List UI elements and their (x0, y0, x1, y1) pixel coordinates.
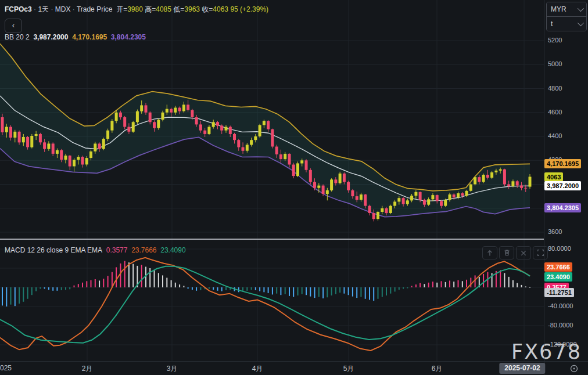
macd-histogram-bar (348, 287, 349, 295)
candle-body (461, 193, 464, 196)
macd-histogram-bar (99, 280, 100, 287)
macd-histogram-bar (217, 287, 218, 291)
bb-indicator-legend[interactable]: BB 20 2 3,987.2000 4,170.1695 3,804.2305 (5, 33, 146, 41)
candlestick-macd-chart[interactable] (0, 0, 588, 375)
candle-body (469, 185, 472, 191)
macd-histogram-bar (166, 278, 167, 288)
macd-histogram-bar (56, 287, 58, 291)
macd-indicator-legend[interactable]: MACD 12 26 close 9 EMA EMA 0.3577 23.766… (5, 246, 186, 254)
macd-histogram-bar (82, 283, 83, 287)
unit-dropdown[interactable]: t (547, 16, 586, 31)
macd-histogram-bar (69, 287, 70, 289)
candle-body (157, 120, 160, 128)
candle-body (279, 154, 282, 159)
macd-histogram-bar (331, 287, 332, 295)
macd-histogram-bar (61, 287, 62, 290)
candle-body (132, 122, 135, 132)
candle-body (343, 174, 346, 182)
symbol-legend[interactable]: FCPOc3 · 1天 · MDX · Trade Price 开=3980 高… (5, 5, 268, 15)
macd-histogram-bar (128, 262, 130, 287)
candle-body (406, 200, 409, 204)
move-pane-up-button[interactable] (482, 246, 497, 259)
candle-body (393, 201, 396, 205)
candle-body (69, 156, 71, 167)
macd-histogram-bar (251, 287, 252, 290)
macd-histogram-bar (246, 287, 248, 291)
macd-histogram-bar (23, 287, 24, 302)
macd-histogram-bar (213, 287, 214, 290)
candle-body (250, 140, 253, 145)
macd-histogram-bar (327, 287, 328, 297)
candle-body (237, 140, 240, 147)
candle-body (267, 121, 270, 129)
macd-histogram-bar (200, 287, 201, 290)
pane-controls (482, 246, 548, 259)
candle-body (511, 181, 514, 186)
candle-body (98, 143, 101, 149)
chevron-left-icon: ‹ (12, 21, 15, 30)
macd-histogram-bar (209, 287, 210, 289)
candle-body (18, 132, 21, 143)
macd-histogram-bar (360, 287, 361, 297)
unit-label: t (551, 20, 553, 28)
candle-body (474, 177, 476, 184)
macd-histogram-bar (470, 278, 471, 288)
candle-body (486, 175, 489, 178)
pane-divider[interactable] (0, 239, 544, 240)
arrow-up-icon (486, 249, 494, 257)
candle-body (453, 194, 456, 197)
macd-tick: -40.0000 (548, 302, 573, 309)
macd-histogram-bar (116, 267, 117, 287)
symbol-name[interactable]: FCPOc3 (5, 5, 32, 13)
currency-label: MYR (551, 5, 567, 13)
candle-body (212, 122, 215, 127)
candle-body (300, 160, 303, 163)
candle-body (170, 109, 173, 113)
interval[interactable]: 1天 (38, 5, 49, 13)
delete-pane-button[interactable] (499, 246, 514, 259)
macd-histogram-bar (276, 287, 277, 294)
maximize-pane-button[interactable] (533, 246, 548, 259)
candle-body (520, 186, 523, 188)
candle-body (309, 170, 312, 182)
close-pane-button[interactable] (516, 246, 531, 259)
candle-body (5, 127, 8, 132)
candle-body (115, 113, 118, 121)
price-axis[interactable]: 52005000480046004400420040003800360080.0… (544, 0, 588, 361)
time-label: 3月 (167, 364, 178, 374)
candle-body (216, 122, 219, 125)
macd-histogram-bar (103, 279, 104, 287)
ohlc-high: 高=4085 (145, 5, 171, 13)
collapse-legend-button[interactable]: ‹ (5, 19, 22, 33)
macd-histogram-bar (297, 287, 299, 295)
time-axis[interactable]: 0252月3月4月5月6月 (0, 362, 544, 375)
candle-body (242, 147, 245, 151)
scale-unit-selectors: MYR t (546, 2, 587, 31)
macd-histogram-bar (40, 287, 41, 289)
macd-histogram-bar (10, 287, 12, 305)
macd-histogram-bar (179, 284, 180, 287)
candle-body (305, 160, 308, 170)
candle-body (47, 143, 50, 149)
basis-price-label: 3,987.2000 (544, 181, 581, 190)
candle-body (149, 113, 152, 122)
candle-body (457, 193, 460, 197)
candle-body (225, 127, 228, 131)
macd-histogram-bar (420, 283, 421, 287)
currency-dropdown[interactable]: MYR (547, 2, 586, 16)
change-percent: 95 (+2.39%) (230, 5, 268, 13)
macd-histogram-bar (158, 273, 159, 287)
macd-histogram-bar (149, 268, 150, 287)
axis-settings-button[interactable] (562, 363, 586, 374)
candle-body (347, 182, 350, 190)
macd-histogram-bar (132, 264, 134, 287)
macd-histogram-bar (154, 270, 155, 287)
macd-histogram-bar (91, 280, 92, 287)
trash-icon (503, 249, 511, 257)
candle-body (364, 194, 367, 206)
macd-histogram-bar (196, 287, 197, 291)
candle-body (9, 127, 12, 138)
macd-histogram-bar (293, 287, 294, 297)
macd-histogram-bar (314, 287, 315, 298)
candle-body (13, 132, 16, 138)
